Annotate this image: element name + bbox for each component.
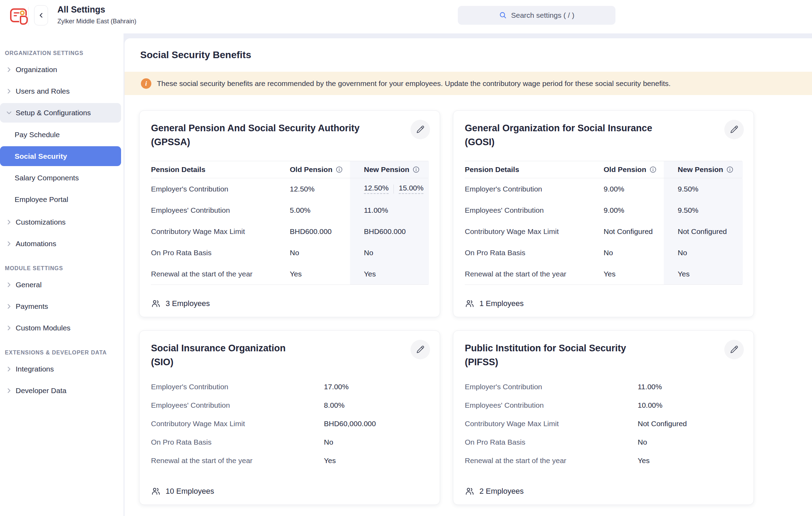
sidebar-item-setup-configurations[interactable]: Setup & Configurations [0,103,121,123]
row-label: Employees' Contribution [465,200,604,221]
info-circle-icon[interactable] [650,166,656,173]
table-row: Renewal at the start of the year Yes Yes [465,263,742,284]
column-header-new-pension: New Pension [350,161,429,178]
edit-button[interactable] [411,340,430,359]
chevron-down-icon [5,109,13,117]
row-label: Renewal at the start of the year [465,263,604,284]
old-pension-value: BHD600.000 [290,221,350,242]
new-pension-value[interactable]: 12.50% [364,184,389,194]
sidebar-item-label: Setup & Configurations [16,109,91,117]
table-row: On Pro Rata Basis No No [151,242,428,263]
sidebar-item-label: Pay Schedule [15,131,60,139]
row-label: Employer's Contribution [465,383,638,391]
table-row: On Pro Rata Basis No No [465,242,742,263]
new-pension-value: 9.50% [664,178,743,200]
info-circle-icon[interactable] [726,166,733,173]
row-label: Contributory Wage Max Limit [151,221,290,242]
settings-sidebar: ORGANIZATION SETTINGS Organization Users… [0,33,124,516]
edit-button[interactable] [411,120,430,139]
row-value: 17.00% [324,383,428,391]
employee-count-label: 2 Employees [479,487,524,496]
sidebar-item-users-and-roles[interactable]: Users and Roles [0,81,121,101]
employees-icon [151,486,161,496]
row-label: On Pro Rata Basis [465,242,604,263]
back-button[interactable] [34,5,48,25]
sidebar-item-label: Organization [16,65,57,74]
sidebar-item-automations[interactable]: Automations [0,234,121,253]
card-title: Social Insurance Organization(SIO) [151,341,428,369]
sidebar-item-developer-data[interactable]: Developer Data [0,381,121,400]
employee-count-label: 3 Employees [166,299,210,308]
new-pension-value: Yes [350,263,429,284]
edit-button[interactable] [724,340,744,359]
page-header-title: All Settings [57,5,136,15]
old-pension-value: 5.00% [290,200,350,221]
chevron-right-icon [5,387,13,394]
row-value: 11.00% [638,383,742,391]
old-pension-value: No [604,242,664,263]
row-label: On Pro Rata Basis [465,438,638,446]
info-banner: i These social security benefits are rec… [125,72,812,95]
sidebar-item-integrations[interactable]: Integrations [0,359,121,379]
table-row: Contributory Wage Max Limit BHD600.000 B… [151,221,428,242]
employee-count-label: 10 Employees [166,487,214,496]
sidebar-item-customizations[interactable]: Customizations [0,212,121,232]
info-circle-icon[interactable] [336,166,343,173]
row-label: Contributory Wage Max Limit [465,420,638,428]
sidebar-item-social-security[interactable]: Social Security [0,146,121,166]
detail-row: Employees' Contribution 8.00% [151,396,428,414]
new-pension-value: No [664,242,743,263]
edit-button[interactable] [724,120,744,139]
info-circle-icon[interactable] [413,166,420,173]
sidebar-item-pay-schedule[interactable]: Pay Schedule [0,125,121,144]
detail-row: On Pro Rata Basis No [151,433,428,451]
sidebar-item-employee-portal[interactable]: Employee Portal [0,189,121,209]
info-banner-text: These social security benefits are recom… [157,79,671,88]
card-title: General Pension And Social Security Auth… [151,121,428,149]
chevron-right-icon [5,87,13,95]
row-label: On Pro Rata Basis [151,242,290,263]
pension-table: Pension Details Old Pension New Pension [465,161,742,285]
sidebar-item-payments[interactable]: Payments [0,297,121,316]
benefit-details-list: Employer's Contribution 11.00% Employees… [465,377,742,470]
sidebar-item-organization[interactable]: Organization [0,60,121,79]
table-row: Renewal at the start of the year Yes Yes [151,263,428,284]
row-label: Renewal at the start of the year [151,263,290,284]
chevron-right-icon [5,66,13,73]
employee-count: 3 Employees [151,299,210,308]
employees-icon [465,486,475,496]
sidebar-section-organization-settings: ORGANIZATION SETTINGS [5,50,121,56]
row-value: No [638,438,742,446]
new-pension-alt-value[interactable]: 15.00% [399,184,423,194]
sidebar-item-general[interactable]: General [0,275,121,295]
table-row: Employees' Contribution 5.00% 11.00% [151,200,428,221]
column-header-old-pension: Old Pension [604,161,664,178]
row-label: Employer's Contribution [465,178,604,200]
old-pension-value: Not Configured [604,221,664,242]
old-pension-value: Yes [290,263,350,284]
chevron-right-icon [5,218,13,226]
chevron-right-icon [5,240,13,248]
chevron-right-icon [5,303,13,310]
search-settings-input[interactable]: Search settings ( / ) [458,6,615,25]
chevron-left-icon [37,11,45,19]
sidebar-item-salary-components[interactable]: Salary Components [0,168,121,188]
row-label: Employees' Contribution [465,401,638,409]
detail-row: Employees' Contribution 10.00% [465,396,742,414]
employees-icon [151,299,161,308]
main-panel: Social Security Benefits i These social … [125,38,812,516]
employee-count: 10 Employees [151,486,214,496]
sidebar-item-label: Payments [16,302,48,311]
row-value: 10.00% [638,401,742,409]
old-pension-value: 9.00% [604,178,664,200]
organization-name: Zylker Middle East (Bahrain) [57,18,136,25]
sidebar-item-label: Developer Data [16,386,66,395]
new-pension-value: 9.50% [664,200,743,221]
top-header-bar: All Settings Zylker Middle East (Bahrain… [0,0,812,33]
sidebar-item-custom-modules[interactable]: Custom Modules [0,318,121,338]
row-value: Yes [324,456,428,465]
row-value: Not Configured [638,420,742,428]
header-divider [28,7,29,26]
detail-row: Employer's Contribution 17.00% [151,377,428,396]
new-pension-value: No [350,242,429,263]
